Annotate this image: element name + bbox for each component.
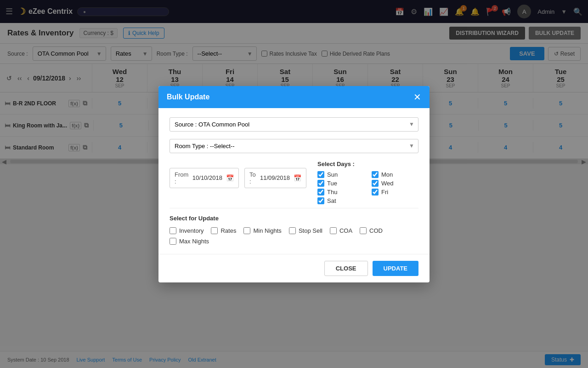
day-label-tue: Tue (327, 180, 337, 187)
day-label-wed: Wed (381, 180, 394, 187)
update-check-max_nights[interactable]: Max Nights (170, 238, 209, 245)
update-option-label-rates: Rates (220, 227, 236, 234)
update-check-min_nights[interactable]: Min Nights (243, 227, 281, 234)
update-check-stop_sell[interactable]: Stop Sell (289, 227, 322, 234)
modal-two-col: From : 10/10/2018 📅 To : 11/09/2018 📅 Se… (170, 161, 418, 204)
from-label: From : (175, 171, 189, 185)
bulk-update-modal: Bulk Update ✕ Source : OTA Common Pool ▼… (158, 86, 430, 282)
to-date-value: 11/09/2018 (260, 174, 290, 181)
day-checkbox-thu[interactable] (317, 189, 324, 196)
modal-footer: CLOSE UPDATE (158, 254, 430, 282)
update-option-label-coa: COA (339, 227, 352, 234)
update-check-cod[interactable]: COD (360, 227, 383, 234)
to-date-field[interactable]: To : 11/09/2018 📅 (244, 168, 306, 188)
select-for-update-title: Select for Update (170, 215, 418, 222)
update-checkbox-stop_sell[interactable] (289, 227, 296, 234)
day-checkbox-mon[interactable] (372, 171, 379, 178)
update-check-coa[interactable]: COA (330, 227, 352, 234)
update-options-row: InventoryRatesMin NightsStop SellCOACOD (170, 227, 418, 234)
update-option-label-max_nights: Max Nights (179, 238, 209, 245)
day-checkbox-sat[interactable] (317, 197, 324, 204)
date-range-row: From : 10/10/2018 📅 To : 11/09/2018 📅 (170, 168, 306, 188)
modal-body: Source : OTA Common Pool ▼ Room Type : -… (158, 108, 430, 254)
days-grid: SunMonTueWedThuFriSat (317, 171, 418, 204)
modal-source-row: Source : OTA Common Pool ▼ (170, 117, 418, 132)
day-checkbox-sun[interactable] (317, 171, 324, 178)
update-option-label-stop_sell: Stop Sell (299, 227, 322, 234)
day-checkbox-tue[interactable] (317, 180, 324, 187)
update-checkbox-max_nights[interactable] (170, 238, 176, 245)
day-check-thu[interactable]: Thu (317, 189, 364, 196)
from-calendar-icon: 📅 (226, 174, 234, 182)
day-check-tue[interactable]: Tue (317, 180, 364, 187)
modal-room-type-select[interactable]: Room Type : --Select-- (170, 139, 418, 153)
day-label-sun: Sun (327, 171, 338, 178)
modal-days-col: Select Days : SunMonTueWedThuFriSat (317, 161, 418, 204)
modal-room-type-select-wrap[interactable]: Room Type : --Select-- ▼ (170, 139, 418, 153)
update-check-rates[interactable]: Rates (211, 227, 236, 234)
day-label-mon: Mon (381, 171, 393, 178)
modal-dates-col: From : 10/10/2018 📅 To : 11/09/2018 📅 (170, 161, 306, 204)
modal-close-button[interactable]: ✕ (413, 92, 421, 102)
update-option-label-cod: COD (369, 227, 383, 234)
day-label-fri: Fri (381, 189, 388, 196)
to-calendar-icon: 📅 (294, 174, 301, 182)
day-check-sun[interactable]: Sun (317, 171, 364, 178)
day-check-fri[interactable]: Fri (372, 189, 418, 196)
update-checkbox-inventory[interactable] (170, 227, 176, 234)
day-label-sat: Sat (327, 197, 336, 204)
modal-divider (170, 208, 418, 208)
day-check-mon[interactable]: Mon (372, 171, 418, 178)
modal-title: Bulk Update (167, 93, 209, 101)
update-checkbox-cod[interactable] (360, 227, 367, 234)
day-checkbox-wed[interactable] (372, 180, 379, 187)
to-label: To : (249, 171, 256, 185)
update-option-label-min_nights: Min Nights (253, 227, 281, 234)
modal-source-select-wrap[interactable]: Source : OTA Common Pool ▼ (170, 117, 418, 132)
update-checkbox-rates[interactable] (211, 227, 218, 234)
update-option-label-inventory: Inventory (179, 227, 204, 234)
from-date-field[interactable]: From : 10/10/2018 📅 (170, 168, 239, 188)
day-check-sat[interactable]: Sat (317, 197, 364, 204)
day-check-wed[interactable]: Wed (372, 180, 418, 187)
modal-header: Bulk Update ✕ (158, 86, 430, 108)
modal-overlay: Bulk Update ✕ Source : OTA Common Pool ▼… (0, 0, 588, 346)
modal-room-type-row: Room Type : --Select-- ▼ (170, 139, 418, 153)
update-button[interactable]: UPDATE (373, 261, 418, 276)
from-date-value: 10/10/2018 (192, 174, 222, 181)
update-options-second-row: Max Nights (170, 238, 418, 245)
update-checkbox-coa[interactable] (330, 227, 337, 234)
select-days-title: Select Days : (317, 161, 418, 167)
modal-source-select[interactable]: Source : OTA Common Pool (170, 118, 418, 131)
close-modal-button[interactable]: CLOSE (324, 261, 368, 276)
update-check-inventory[interactable]: Inventory (170, 227, 204, 234)
update-checkbox-min_nights[interactable] (243, 227, 250, 234)
day-label-thu: Thu (327, 189, 337, 196)
day-checkbox-fri[interactable] (372, 189, 379, 196)
